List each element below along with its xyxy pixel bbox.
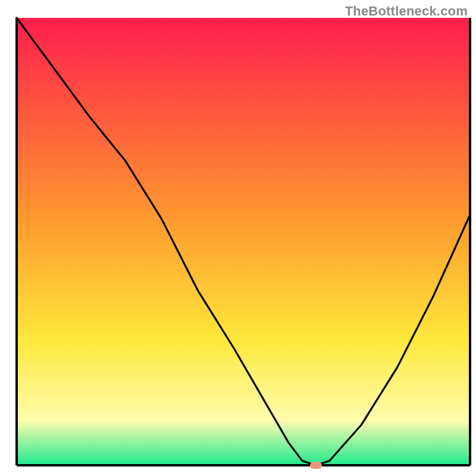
chart-svg <box>0 0 476 476</box>
bottleneck-chart: TheBottleneck.com <box>0 0 476 476</box>
watermark-text: TheBottleneck.com <box>345 4 468 19</box>
chart-background-gradient <box>17 18 470 465</box>
optimal-point-marker <box>310 462 322 469</box>
